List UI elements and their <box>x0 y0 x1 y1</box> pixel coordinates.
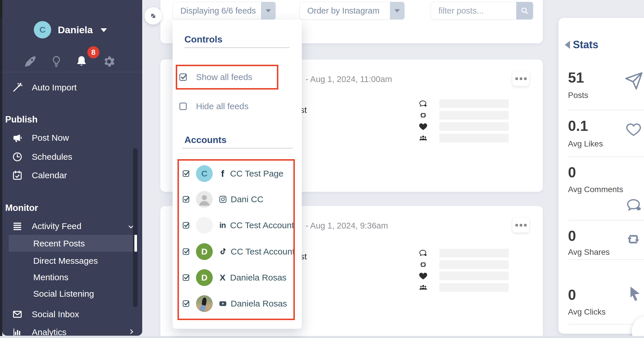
heart-outline-icon <box>625 120 642 138</box>
sidebar-item-analytics[interactable]: Analytics <box>2 325 142 336</box>
dropdown-caret[interactable] <box>390 2 404 19</box>
post-menu-button[interactable] <box>512 71 529 86</box>
stats-divider <box>568 157 644 157</box>
expand-button[interactable] <box>145 7 162 25</box>
cursor-icon <box>625 284 644 303</box>
retweet-icon <box>419 111 428 120</box>
placeholder-bar <box>439 99 509 108</box>
calendar-icon <box>12 170 23 181</box>
placeholder-bar <box>439 283 509 292</box>
controls-header: Controls <box>184 34 223 45</box>
comment-bubbles-icon <box>626 196 643 214</box>
stat-label: Avg Clicks <box>568 307 606 317</box>
sidebar-item-post-now[interactable]: Post Now <box>2 130 142 145</box>
sidebar-item-mentions[interactable]: Mentions <box>33 272 69 282</box>
sidebar-item-calendar[interactable]: Calendar <box>2 168 142 183</box>
placeholder-bar <box>439 272 509 280</box>
section-header-publish: Publish <box>5 114 38 125</box>
window-edge-strip-top <box>0 0 2 17</box>
expand-icon <box>148 11 158 21</box>
sidebar-item-direct-messages[interactable]: Direct Messages <box>33 256 98 266</box>
comment-icon <box>419 99 428 108</box>
sidebar-item-recent-posts-label[interactable]: Recent Posts <box>33 239 85 248</box>
section-divider <box>184 47 290 48</box>
retweet-icon <box>624 230 642 248</box>
heart-icon <box>419 271 428 281</box>
feeds-dropdown-label: Displaying 6/6 feeds <box>180 2 256 19</box>
comment-icon <box>419 248 428 258</box>
rocket-icon[interactable] <box>23 55 37 68</box>
sidebar-item-label: Activity Feed <box>32 221 82 231</box>
sidebar-scrollbar[interactable] <box>133 148 138 307</box>
window-edge-strip <box>0 0 2 338</box>
stat-label: Avg Shares <box>568 248 610 257</box>
paper-plane-icon <box>624 71 643 90</box>
collapse-arrow-icon[interactable] <box>565 41 570 49</box>
retweet-icon <box>419 260 428 269</box>
hide-all-feeds-label: Hide all feeds <box>196 101 249 111</box>
section-divider <box>182 148 293 148</box>
avatar[interactable]: C <box>34 21 51 38</box>
bar-chart-icon <box>12 326 23 336</box>
post-menu-button[interactable] <box>512 218 529 233</box>
app-root: C Daniela 8 Auto Import P <box>0 0 644 338</box>
feeds-dropdown-panel: Controls Show all feeds Hide all feeds A… <box>173 20 302 329</box>
accounts-header: Accounts <box>184 135 227 145</box>
search-button[interactable] <box>516 2 533 19</box>
user-menu[interactable]: C Daniela <box>2 20 142 39</box>
stat-value: 0 <box>568 228 576 244</box>
filter-posts-field <box>431 2 533 20</box>
order-dropdown-button[interactable]: Order by Instagram <box>299 2 405 20</box>
post-timestamp: - Aug 1, 2024, 11:00am <box>306 75 392 84</box>
list-icon <box>12 220 23 232</box>
sidebar-item-label: Auto Import <box>32 83 77 92</box>
caret-down-icon <box>395 9 400 12</box>
stat-label: Avg Comments <box>568 185 623 194</box>
gear-icon[interactable] <box>102 55 116 68</box>
sidebar-icon-row <box>2 53 142 70</box>
stat-label: Avg Likes <box>568 139 603 148</box>
sidebar-item-label: Calendar <box>32 170 67 180</box>
placeholder-bar <box>439 111 509 120</box>
bottom-edge <box>0 336 644 338</box>
sidebar-item-label: Social Inbox <box>32 309 79 319</box>
active-item-indicator <box>134 235 137 252</box>
stats-divider <box>568 324 644 324</box>
stats-divider <box>568 220 644 220</box>
filter-posts-input[interactable] <box>438 3 511 18</box>
sidebar-item-social-inbox[interactable]: Social Inbox <box>2 307 142 322</box>
sidebar-item-social-listening[interactable]: Social Listening <box>33 289 94 299</box>
lightbulb-icon[interactable] <box>49 55 63 68</box>
feeds-dropdown-button[interactable]: Displaying 6/6 feeds <box>173 2 276 20</box>
people-icon <box>419 283 428 292</box>
envelope-icon <box>12 309 23 320</box>
chevron-down-icon <box>101 28 107 32</box>
placeholder-bar <box>439 122 509 131</box>
heart-icon <box>419 122 428 131</box>
dropdown-caret[interactable] <box>261 2 275 19</box>
bell-icon[interactable] <box>75 55 88 68</box>
sidebar-item-label: Schedules <box>32 152 72 162</box>
hide-all-feeds-option[interactable]: Hide all feeds <box>173 98 302 115</box>
highlight-box-accounts <box>177 159 295 320</box>
stats-divider <box>568 110 644 110</box>
section-header-monitor: Monitor <box>5 203 38 213</box>
stat-value: 0 <box>568 164 576 181</box>
stats-header[interactable]: Stats <box>565 39 598 51</box>
caret-down-icon <box>266 9 271 12</box>
search-icon <box>520 6 529 15</box>
megaphone-icon <box>12 132 23 144</box>
sidebar-item-label: Analytics <box>32 327 66 336</box>
sidebar-item-auto-import[interactable]: Auto Import <box>2 80 142 95</box>
sidebar-item-schedules[interactable]: Schedules <box>2 149 142 164</box>
sidebar: C Daniela 8 Auto Import P <box>2 0 142 336</box>
stats-panel: Stats 51 Posts 0.1 Avg Likes 0 Avg Comme… <box>558 18 644 334</box>
checkbox-unchecked-icon[interactable] <box>179 102 188 111</box>
stats-divider <box>568 259 644 260</box>
sidebar-item-activity-feed[interactable]: Activity Feed <box>2 219 142 234</box>
notification-badge: 8 <box>87 46 99 58</box>
magic-wand-icon <box>12 82 23 93</box>
sidebar-item-label: Post Now <box>32 133 69 143</box>
post-timestamp: - Aug 1, 2024, 9:36am <box>306 221 388 231</box>
user-name[interactable]: Daniela <box>58 24 93 36</box>
